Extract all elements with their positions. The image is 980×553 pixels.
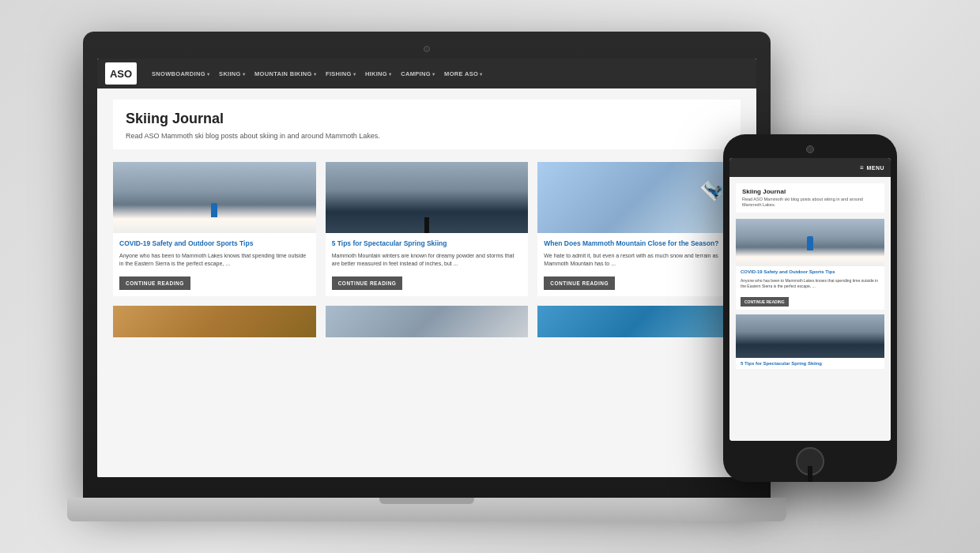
phone-main: Skiing Journal Read ASO Mammoth ski blog…: [729, 177, 891, 441]
laptop-device: ASO SNOWBOARDING ▾ SKIING ▾ MOUNTAIN BIK…: [83, 32, 771, 521]
nav-skiing[interactable]: SKIING ▾: [215, 67, 249, 81]
article-card-3: When Does Mammoth Mountain Close for the…: [537, 162, 741, 296]
nav-mountain-biking-label: MOUNTAIN BIKING: [254, 70, 312, 77]
phone-menu-label-text: MENU: [866, 165, 884, 171]
nav-snowboarding-label: SNOWBOARDING: [152, 70, 205, 77]
site-logo: ASO: [105, 62, 137, 85]
phone-page-header: Skiing Journal Read ASO Mammoth ski blog…: [736, 183, 884, 213]
nav-more-aso-label: MORE ASO: [444, 70, 478, 77]
article-excerpt-3: We hate to admit it, but even a resort w…: [544, 252, 734, 268]
partial-img-2: [326, 306, 529, 337]
laptop-body: ASO SNOWBOARDING ▾ SKIING ▾ MOUNTAIN BIK…: [83, 32, 771, 498]
phone-article-img-1: [736, 219, 884, 266]
nav-fishing[interactable]: FISHING ▾: [322, 67, 360, 81]
nav-camping[interactable]: CAMPING ▾: [397, 67, 439, 81]
nav-mountain-biking[interactable]: MOUNTAIN BIKING ▾: [251, 67, 320, 81]
nav-skiing-label: SKIING: [219, 70, 241, 77]
laptop-base: [67, 498, 786, 521]
phone-article-excerpt-1: Anyone who has been to Mammoth Lakes kno…: [741, 278, 880, 289]
article-img-placeholder-3: [537, 162, 741, 233]
phone-menu[interactable]: ≡ MENU: [860, 164, 884, 171]
site-main: Skiing Journal Read ASO Mammoth ski blog…: [97, 88, 756, 477]
article-title-3: When Does Mammoth Mountain Close for the…: [544, 239, 734, 248]
nav-camping-arrow: ▾: [432, 71, 435, 77]
articles-grid-bottom: [113, 306, 741, 337]
article-img-2: [326, 162, 529, 233]
phone-article-body-2: 5 Tips for Spectacular Spring Skiing: [736, 358, 884, 369]
laptop-screen: ASO SNOWBOARDING ▾ SKIING ▾ MOUNTAIN BIK…: [97, 58, 756, 477]
nav-snowboarding-arrow: ▾: [207, 71, 209, 77]
article-title-1: COVID-19 Safety and Outdoor Sports Tips: [119, 239, 310, 248]
phone-nav: ≡ MENU: [729, 158, 891, 177]
phone-article-2: 5 Tips for Spectacular Spring Skiing: [736, 314, 884, 369]
logo-text: ASO: [110, 68, 132, 80]
articles-grid: COVID-19 Safety and Outdoor Sports Tips …: [113, 162, 741, 296]
phone-screen: ≡ MENU Skiing Journal Read ASO Mammoth s…: [729, 158, 891, 441]
article-img-placeholder-2: [326, 162, 529, 233]
article-img-1: [113, 162, 316, 233]
page-header: Skiing Journal Read ASO Mammoth ski blog…: [113, 100, 741, 149]
hamburger-icon: ≡: [860, 164, 864, 171]
continue-btn-2[interactable]: CONTINUE READING: [332, 276, 403, 290]
phone-body: ≡ MENU Skiing Journal Read ASO Mammoth s…: [723, 134, 897, 482]
nav-items: SNOWBOARDING ▾ SKIING ▾ MOUNTAIN BIKING …: [148, 67, 486, 81]
nav-skiing-arrow: ▾: [243, 71, 245, 77]
partial-card-3: [537, 306, 741, 337]
phone-article-body-1: COVID-19 Safety and Outdoor Sports Tips …: [736, 266, 884, 310]
site-nav: ASO SNOWBOARDING ▾ SKIING ▾ MOUNTAIN BIK…: [97, 58, 756, 88]
nav-fishing-label: FISHING: [326, 70, 352, 77]
article-card-2: 5 Tips for Spectacular Spring Skiing Mam…: [326, 162, 529, 296]
article-img-placeholder-1: [113, 162, 316, 233]
article-excerpt-1: Anyone who has been to Mammoth Lakes kno…: [119, 252, 310, 268]
nav-mountain-biking-arrow: ▾: [314, 71, 316, 77]
partial-img-3: [537, 306, 741, 337]
article-title-2: 5 Tips for Spectacular Spring Skiing: [332, 239, 522, 248]
continue-btn-1[interactable]: CONTINUE READING: [119, 276, 190, 290]
page-subtitle: Read ASO Mammoth ski blog posts about sk…: [126, 132, 728, 140]
article-card-1: COVID-19 Safety and Outdoor Sports Tips …: [113, 162, 316, 296]
page-title: Skiing Journal: [126, 111, 728, 127]
nav-hiking-label: HIKING: [365, 70, 387, 77]
nav-hiking-arrow: ▾: [389, 71, 391, 77]
phone-article-title-1: COVID-19 Safety and Outdoor Sports Tips: [741, 269, 880, 276]
nav-more-aso[interactable]: MORE ASO ▾: [440, 67, 486, 81]
nav-snowboarding[interactable]: SNOWBOARDING ▾: [148, 67, 213, 81]
phone-camera: [806, 145, 814, 153]
article-body-1: COVID-19 Safety and Outdoor Sports Tips …: [113, 233, 316, 296]
article-img-3: [537, 162, 741, 233]
laptop-camera: [424, 46, 430, 52]
continue-btn-3[interactable]: CONTINUE READING: [544, 276, 615, 290]
phone-article-img-2: [736, 314, 884, 358]
nav-more-aso-arrow: ▾: [480, 71, 482, 77]
article-excerpt-2: Mammoth Mountain winters are known for d…: [332, 252, 522, 268]
nav-camping-label: CAMPING: [401, 70, 431, 77]
phone-article-title-2: 5 Tips for Spectacular Spring Skiing: [741, 361, 880, 366]
phone-page-title: Skiing Journal: [742, 188, 878, 195]
phone-article-1: COVID-19 Safety and Outdoor Sports Tips …: [736, 219, 884, 310]
article-body-2: 5 Tips for Spectacular Spring Skiing Mam…: [326, 233, 529, 296]
phone-page-subtitle: Read ASO Mammoth ski blog posts about sk…: [742, 197, 878, 208]
partial-card-2: [326, 306, 529, 337]
logo-box: ASO: [105, 62, 137, 85]
nav-hiking[interactable]: HIKING ▾: [361, 67, 395, 81]
partial-card-1: [113, 306, 316, 337]
article-body-3: When Does Mammoth Mountain Close for the…: [537, 233, 741, 296]
phone-continue-btn-1[interactable]: CONTINUE READING: [741, 297, 789, 307]
partial-img-1: [113, 306, 316, 337]
nav-fishing-arrow: ▾: [353, 71, 356, 77]
phone-device: ≡ MENU Skiing Journal Read ASO Mammoth s…: [723, 134, 897, 482]
